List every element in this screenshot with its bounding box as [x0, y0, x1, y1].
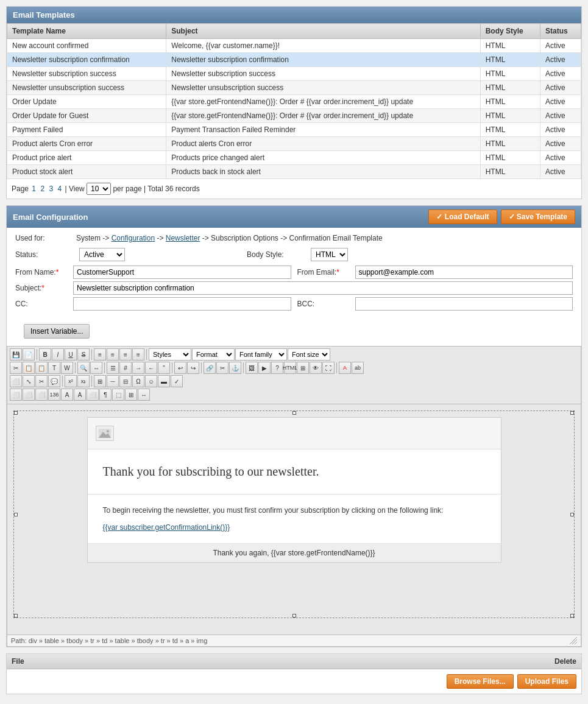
image-btn[interactable]: 🖼 [246, 362, 258, 374]
resize-handle[interactable] [570, 637, 577, 644]
crop-btn[interactable]: ✂ [35, 375, 48, 387]
table-row[interactable]: Order Update for Guest {{var store.getFr… [7, 109, 581, 123]
cc-input[interactable] [73, 297, 291, 311]
table-row[interactable]: Newsletter unsubscription success Newsle… [7, 81, 581, 95]
insert-variable-button[interactable]: Insert Variable... [24, 324, 90, 339]
font-family-select[interactable]: Font familyArialGeorgia [235, 348, 287, 361]
handle-bm[interactable] [292, 614, 296, 618]
table-row[interactable]: Product stock alert Products back in sto… [7, 165, 581, 179]
table-row[interactable]: New account confirmed Welcome, {{var cus… [7, 39, 581, 53]
page-2[interactable]: 2 [40, 185, 44, 193]
handle-tr[interactable] [570, 411, 574, 415]
table-row[interactable]: Product alerts Cron error Product alerts… [7, 137, 581, 151]
extra3-btn[interactable]: ⬜ [35, 389, 48, 401]
extra4-btn[interactable]: 136 [48, 389, 60, 401]
hr-btn[interactable]: ─ [107, 375, 119, 387]
page-4[interactable]: 4 [57, 185, 62, 193]
underline-btn[interactable]: U [65, 348, 77, 361]
outdent-btn[interactable]: ← [145, 362, 157, 374]
strikethrough-btn[interactable]: S [77, 348, 90, 361]
new-doc-icon[interactable]: 📄 [23, 348, 35, 361]
paste-text-btn[interactable]: T [48, 362, 60, 374]
load-default-button[interactable]: ✓ Load Default [428, 209, 497, 224]
handle-bl[interactable] [14, 614, 18, 618]
table-row[interactable]: Payment Failed Payment Transaction Faile… [7, 123, 581, 137]
bold-btn[interactable]: B [39, 348, 51, 361]
table-row[interactable]: Newsletter subscription success Newslett… [7, 67, 581, 81]
align-left-btn[interactable]: ≡ [94, 348, 106, 361]
link-btn[interactable]: 🔗 [204, 362, 216, 374]
save-template-button[interactable]: ✓ Save Template [501, 209, 576, 224]
configuration-link[interactable]: Configuration [112, 234, 155, 242]
html-btn[interactable]: HTML [284, 362, 296, 374]
save-icon[interactable]: 💾 [10, 348, 22, 361]
handle-mr[interactable] [570, 513, 574, 516]
handle-ml[interactable] [14, 513, 18, 516]
media2-btn[interactable]: ▬ [158, 375, 170, 387]
extra11-btn[interactable]: ↔ [138, 389, 150, 401]
fullscreen-btn[interactable]: ⛶ [322, 362, 335, 374]
subject-input[interactable] [73, 281, 573, 295]
status-select[interactable]: ActiveDisabled [79, 248, 125, 261]
upload-files-button[interactable]: Upload Files [517, 674, 576, 689]
format-select[interactable]: FormatBoldItalic [192, 348, 235, 361]
extra6-btn[interactable]: A [74, 389, 86, 401]
sub-btn[interactable]: x₂ [77, 375, 90, 387]
select-all-btn[interactable]: ⬜ [10, 375, 22, 387]
emoticons-btn[interactable]: ☺ [145, 375, 157, 387]
font-size-select[interactable]: Font size8101214 [288, 348, 330, 361]
unlink-btn[interactable]: ✂ [216, 362, 228, 374]
resize-btn[interactable]: ⤡ [23, 375, 35, 387]
body-style-select[interactable]: HTMLText [311, 248, 348, 261]
extra8-btn[interactable]: ¶ [99, 389, 112, 401]
media-btn[interactable]: ▶ [258, 362, 271, 374]
spellcheck-btn[interactable]: ✓ [171, 375, 183, 387]
handle-tm[interactable] [292, 411, 296, 415]
extra7-btn[interactable]: ⬜ [87, 389, 99, 401]
from-email-input[interactable] [355, 266, 573, 279]
align-justify-btn[interactable]: ≡ [132, 348, 144, 361]
browse-files-button[interactable]: Browse Files... [447, 674, 514, 689]
preview-btn[interactable]: 👁 [310, 362, 322, 374]
bg-color-btn[interactable]: ab [352, 362, 364, 374]
confirmation-link[interactable]: {{var subscriber.getConfirmationLink()}} [103, 523, 230, 532]
extra5-btn[interactable]: A [61, 389, 73, 401]
table-btn[interactable]: ⊞ [94, 375, 106, 387]
align-right-btn[interactable]: ≡ [119, 348, 132, 361]
list-ul-btn[interactable]: ☰ [107, 362, 119, 374]
paste-word-btn[interactable]: W [61, 362, 73, 374]
pagebreak-btn[interactable]: ⊟ [119, 375, 132, 387]
page-1[interactable]: 1 [32, 185, 36, 193]
undo-btn[interactable]: ↩ [174, 362, 186, 374]
styles-select[interactable]: StylesParagraphHeading 1 [149, 348, 191, 361]
align-center-btn[interactable]: ≡ [107, 348, 119, 361]
tooltip-btn[interactable]: 💬 [48, 375, 60, 387]
blockquote-btn[interactable]: " [158, 362, 170, 374]
handle-br[interactable] [570, 614, 574, 618]
find-btn[interactable]: 🔍 [77, 362, 90, 374]
table-row[interactable]: Newsletter subscription confirmation New… [7, 53, 581, 67]
newsletter-link[interactable]: Newsletter [166, 234, 200, 242]
extra1-btn[interactable]: ⬜ [10, 389, 22, 401]
font-color-btn[interactable]: A [339, 362, 351, 374]
template-btn[interactable]: ⊞ [297, 362, 309, 374]
per-page-select[interactable]: 102050 [87, 183, 111, 195]
redo-btn[interactable]: ↪ [187, 362, 199, 374]
indent-btn[interactable]: → [132, 362, 144, 374]
extra9-btn[interactable]: ⬚ [112, 389, 124, 401]
charmap-btn[interactable]: Ω [132, 375, 144, 387]
list-ol-btn[interactable]: # [119, 362, 132, 374]
handle-tl[interactable] [14, 411, 18, 415]
bcc-input[interactable] [355, 297, 573, 311]
sup-btn[interactable]: x² [65, 375, 77, 387]
paste-btn[interactable]: 📋 [35, 362, 48, 374]
replace-btn[interactable]: ↔ [90, 362, 102, 374]
copy-btn[interactable]: 📋 [23, 362, 35, 374]
editor-content-area[interactable]: Thank you for subscribing to our newslet… [7, 404, 581, 635]
italic-btn[interactable]: I [52, 348, 64, 361]
table-row[interactable]: Order Update {{var store.getFrontendName… [7, 95, 581, 109]
help-btn[interactable]: ? [271, 362, 283, 374]
from-name-input[interactable] [73, 266, 291, 279]
extra2-btn[interactable]: ⬜ [23, 389, 35, 401]
page-3[interactable]: 3 [49, 185, 53, 193]
